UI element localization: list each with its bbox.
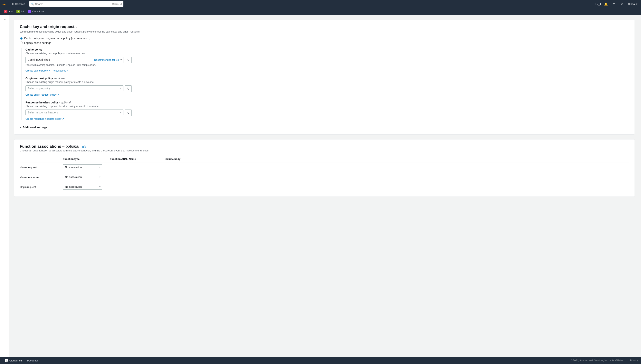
support-icon-btn[interactable]: ? — [611, 1, 616, 7]
viewer-response-include-body — [165, 172, 629, 182]
search-shortcut-hint: [Option+S] — [112, 3, 122, 5]
cache-subsection: Cache policy Choose an existing cache po… — [21, 48, 629, 120]
cache-policy-value: CachingOptimized — [26, 57, 93, 63]
cache-policy-desc: Choose an existing cache policy or creat… — [26, 52, 629, 55]
terminal-icon: [>_] — [595, 2, 601, 6]
refresh-icon-2: ↻ — [127, 87, 130, 90]
search-icon: 🔍 — [31, 2, 34, 6]
services-label: Services — [15, 2, 25, 6]
create-origin-policy-link[interactable]: Create origin request policy ↗ — [26, 93, 59, 96]
recent-service-s3[interactable]: S S3 — [15, 9, 26, 14]
additional-settings-toggle[interactable]: ▶ Additional settings — [20, 125, 47, 130]
sidebar-toggle-btn[interactable]: ≡ — [2, 16, 8, 23]
radio-recommended-input[interactable] — [20, 37, 22, 40]
cloudshell-icon: >_ — [5, 359, 8, 362]
create-response-headers-link[interactable]: Create response headers policy ↗ — [26, 117, 64, 120]
external-link-icon-3: ↗ — [57, 94, 59, 96]
viewer-request-select-cell: No association ▾ — [63, 162, 110, 172]
response-headers-desc: Choose an existing response headers poli… — [26, 104, 629, 108]
sidebar: ≡ — [0, 15, 10, 364]
origin-policy-dropdown-row: ▾ ↻ — [26, 86, 629, 92]
response-headers-refresh-btn[interactable]: ↻ — [125, 110, 132, 116]
table-row-origin-request: Origin request No association ▾ — [20, 182, 629, 192]
search-bar[interactable]: 🔍 [Option+S] — [30, 1, 124, 7]
radio-recommended-label: Cache policy and origin request policy (… — [24, 37, 90, 40]
response-headers-links: Create response headers policy ↗ — [26, 117, 629, 120]
cache-policy-links: Create cache policy ↗ View policy ↗ — [26, 69, 629, 72]
origin-policy-refresh-btn[interactable]: ↻ — [125, 86, 132, 92]
recent-services-bar: I IAM S S3 C CloudFront — [0, 8, 641, 15]
s3-label: S3 — [21, 10, 24, 13]
radio-recommended[interactable]: Cache policy and origin request policy (… — [20, 37, 629, 40]
create-response-headers-text: Create response headers policy — [26, 117, 62, 120]
col-function-type-label: Function type — [63, 156, 110, 162]
view-policy-link[interactable]: View policy ↗ — [53, 69, 68, 72]
origin-policy-select[interactable] — [26, 86, 124, 91]
col-function-type — [20, 156, 63, 162]
viewer-request-select[interactable]: No association — [63, 164, 102, 170]
function-title-text: Function associations — [20, 144, 61, 148]
cloudshell-icon-btn[interactable]: [>_] — [595, 1, 601, 7]
bottom-bar: >_ CloudShell Feedback © 2024, Amazon We… — [0, 357, 641, 364]
search-input[interactable] — [35, 2, 111, 6]
cache-section-title: Cache key and origin requests — [20, 24, 629, 29]
recent-service-cloudfront[interactable]: C CloudFront — [26, 9, 46, 14]
viewer-response-select[interactable]: No association — [63, 174, 102, 180]
viewer-request-include-body — [165, 162, 629, 172]
function-info-link[interactable]: Info — [82, 145, 86, 148]
feedback-label: Feedback — [27, 359, 38, 362]
table-row-viewer-request: Viewer request No association ▾ — [20, 162, 629, 172]
cloudshell-label: CloudShell — [10, 359, 22, 362]
response-headers-title: Response headers policy - optional — [26, 101, 629, 104]
chevron-down-icon: ▾ — [120, 58, 122, 61]
settings-icon-btn[interactable]: ⚙ — [619, 1, 624, 7]
triangle-right-icon: ▶ — [20, 126, 21, 128]
view-policy-text: View policy — [53, 69, 66, 72]
feedback-btn[interactable]: Feedback — [26, 358, 39, 363]
viewer-request-label: Viewer request — [20, 162, 63, 172]
top-navigation: ⊞ Services 🔍 [Option+S] [>_] 🔔 ? ⚙ Globa… — [0, 0, 641, 8]
radio-legacy-input[interactable] — [20, 42, 22, 44]
privacy-link[interactable]: Privacy — [630, 359, 638, 362]
radio-legacy[interactable]: Legacy cache settings — [20, 41, 629, 44]
viewer-response-select-cell: No association ▾ — [63, 172, 110, 182]
services-button[interactable]: ⊞ Services — [11, 2, 26, 6]
function-associations-section: Function associations – optional Info Ch… — [14, 139, 635, 197]
terminal-symbol: >_ — [5, 360, 8, 362]
origin-policy-links: Create origin request policy ↗ — [26, 93, 629, 96]
create-cache-policy-text: Create cache policy — [26, 69, 48, 72]
cache-policy-recommended-badge: Recommended for S3 — [93, 58, 120, 62]
response-headers-dropdown-row: ▾ ↻ — [26, 110, 629, 116]
gear-icon: ⚙ — [620, 2, 623, 6]
origin-request-select[interactable]: No association — [63, 184, 102, 190]
main-content: Cache key and origin requests We recomme… — [10, 15, 641, 364]
aws-logo[interactable] — [2, 2, 8, 6]
function-section-title: Function associations – optional Info — [20, 144, 629, 149]
function-associations-table: Function type Function ARN / Name Includ… — [20, 156, 629, 192]
response-headers-title-text: Response headers policy — [26, 101, 58, 104]
cache-origin-section: Cache key and origin requests We recomme… — [14, 20, 635, 134]
viewer-response-arn — [110, 172, 165, 182]
s3-badge: S — [16, 10, 20, 13]
create-cache-policy-link[interactable]: Create cache policy ↗ — [26, 69, 50, 72]
copyright-text: © 2024, Amazon Web Services, Inc. or its… — [571, 359, 624, 362]
additional-settings-label: Additional settings — [22, 126, 47, 129]
refresh-icon-3: ↻ — [127, 111, 130, 114]
origin-policy-select-wrapper: ▾ — [26, 86, 124, 91]
cache-policy-select-display[interactable]: CachingOptimized Recommended for S3 ▾ — [26, 56, 124, 63]
bell-icon: 🔔 — [604, 2, 608, 6]
nav-right-icons: [>_] 🔔 ? ⚙ Global ▾ — [595, 1, 639, 7]
radio-legacy-label: Legacy cache settings — [24, 41, 51, 44]
viewer-request-arn — [110, 162, 165, 172]
notifications-icon-btn[interactable]: 🔔 — [603, 1, 609, 7]
response-headers-select-wrapper: ▾ — [26, 110, 124, 116]
recent-service-iam[interactable]: I IAM — [2, 9, 14, 14]
cache-mode-radio-group: Cache policy and origin request policy (… — [20, 37, 629, 44]
cache-policy-refresh-btn[interactable]: ↻ — [125, 56, 132, 63]
response-headers-select[interactable] — [26, 110, 124, 116]
create-origin-policy-text: Create origin request policy — [26, 93, 56, 96]
cache-section-desc: We recommend using a cache policy and or… — [20, 30, 629, 33]
global-region-btn[interactable]: Global ▾ — [627, 2, 639, 6]
function-table-body: Viewer request No association ▾ — [20, 162, 629, 192]
cloudshell-btn[interactable]: >_ CloudShell — [3, 358, 23, 363]
